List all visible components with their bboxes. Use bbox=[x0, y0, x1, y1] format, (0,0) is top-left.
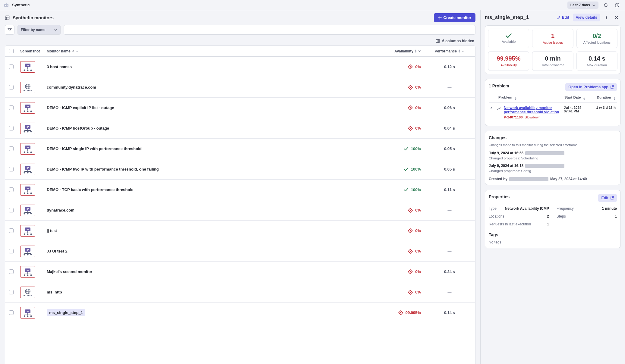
row-checkbox[interactable] bbox=[9, 105, 14, 110]
row-checkbox[interactable] bbox=[9, 208, 14, 212]
help-button[interactable]: ? bbox=[613, 1, 621, 9]
problems-card: 1 Problem Open in Problems app Problem ▲… bbox=[485, 79, 621, 126]
monitor-name: DEMO - ICMP explicit IP list - outage bbox=[47, 105, 114, 110]
kpi-downtime: 0 min Total downtime bbox=[532, 51, 573, 71]
monitor-name: ms_single_step_1 bbox=[47, 309, 85, 316]
sort-icon: ▲▼ bbox=[415, 49, 417, 53]
edit-properties-button[interactable]: Edit bbox=[598, 194, 617, 202]
filter-text-input[interactable] bbox=[64, 25, 475, 35]
time-range-picker[interactable]: Last 7 days bbox=[567, 2, 598, 9]
row-checkbox[interactable] bbox=[9, 64, 14, 69]
problems-heading: 1 Problem bbox=[489, 83, 509, 88]
performance-value: — bbox=[448, 290, 452, 294]
problem-col-duration[interactable]: Duration ▲▼ bbox=[592, 96, 616, 101]
svg-rect-22 bbox=[436, 39, 440, 42]
table-row[interactable]: ms_single_step_1 99.995% 0.14 s bbox=[5, 303, 475, 323]
performance-value: — bbox=[448, 85, 452, 89]
row-checkbox[interactable] bbox=[9, 85, 14, 89]
refresh-button[interactable] bbox=[601, 1, 610, 9]
problem-col-problem[interactable]: Problem ▲▼ bbox=[490, 96, 563, 101]
ip-icon bbox=[22, 144, 33, 153]
open-in-problems-button[interactable]: Open in Problems app bbox=[565, 83, 617, 91]
more-actions-button[interactable] bbox=[602, 13, 611, 22]
row-checkbox[interactable] bbox=[9, 269, 14, 274]
https-icon bbox=[22, 288, 33, 297]
filter-by-name-dropdown[interactable]: Filter by name bbox=[17, 25, 61, 35]
edit-monitor-button[interactable]: Edit bbox=[555, 14, 571, 21]
row-checkbox[interactable] bbox=[9, 167, 14, 171]
col-header-name[interactable]: Monitor name bbox=[44, 49, 364, 53]
problem-link[interactable]: Network availability monitor performance… bbox=[504, 106, 559, 114]
row-checkbox[interactable] bbox=[9, 249, 14, 253]
redacted-user bbox=[525, 151, 564, 155]
col-header-screenshot[interactable]: Screenshot bbox=[17, 49, 44, 53]
performance-value: 0.24 s bbox=[444, 269, 455, 274]
expand-toggle[interactable] bbox=[490, 106, 494, 109]
property-key: Frequency bbox=[557, 206, 574, 211]
availability-value: 0% bbox=[408, 105, 421, 110]
change-description: Changed properties: Config bbox=[489, 169, 617, 173]
availability-value: 0% bbox=[408, 249, 421, 254]
row-checkbox[interactable] bbox=[9, 187, 14, 192]
table-row[interactable]: DEMO - ICMP single IP with performance t… bbox=[5, 139, 475, 159]
col-header-availability[interactable]: Availability ▲▼ bbox=[364, 49, 424, 53]
table-row[interactable]: dynatrace.com 0% — bbox=[5, 200, 475, 221]
redacted-user bbox=[509, 177, 548, 181]
warning-diamond-icon bbox=[408, 290, 413, 295]
table-row[interactable]: DEMO - ICMP explicit IP list - outage 0%… bbox=[5, 98, 475, 118]
check-icon bbox=[404, 187, 409, 192]
table-row[interactable]: DEMO - TCP basic with performance thresh… bbox=[5, 180, 475, 200]
columns-hidden-button[interactable]: 6 columns hidden bbox=[442, 39, 474, 43]
problem-duration: 1 w 3 d 16 h bbox=[592, 106, 616, 109]
row-checkbox[interactable] bbox=[9, 146, 14, 151]
monitor-thumbnail bbox=[20, 164, 35, 175]
table-row[interactable]: JJ UI test 2 0% — bbox=[5, 241, 475, 262]
sort-icon: ▲▼ bbox=[514, 97, 517, 101]
ip-icon bbox=[22, 165, 33, 174]
svg-point-13 bbox=[5, 5, 6, 6]
create-monitor-button[interactable]: Create monitor bbox=[434, 13, 475, 22]
changes-card: Changes Changes made to this monitor dur… bbox=[485, 131, 621, 185]
monitor-thumbnail bbox=[20, 307, 35, 318]
monitor-name: community.dynatrace.com bbox=[47, 85, 96, 89]
redacted-user bbox=[525, 164, 564, 168]
property-value: 2 bbox=[547, 214, 549, 218]
table-row[interactable]: community.dynatrace.com 0% — bbox=[5, 77, 475, 98]
row-checkbox[interactable] bbox=[9, 310, 14, 315]
table-row[interactable]: ms_http 0% — bbox=[5, 282, 475, 303]
table-row[interactable]: DEMO - ICMP two IP with performance thre… bbox=[5, 159, 475, 180]
svg-point-16 bbox=[6, 2, 7, 3]
monitor-name: JJ UI test 2 bbox=[47, 249, 68, 253]
sort-icon: ▲▼ bbox=[613, 97, 616, 101]
table-row[interactable]: 3 host names 0% 0.12 s bbox=[5, 57, 475, 77]
ip-icon bbox=[22, 103, 33, 112]
table-row[interactable]: Majkel's second monitor 0% 0.24 s bbox=[5, 262, 475, 282]
property-key: Requests in last execution bbox=[489, 222, 531, 226]
svg-point-27 bbox=[606, 18, 607, 19]
kpi-affected-locations: 0/2 Affected locations bbox=[576, 29, 617, 48]
row-checkbox[interactable] bbox=[9, 126, 14, 130]
problem-type-icon bbox=[497, 106, 501, 111]
filter-button[interactable] bbox=[5, 25, 14, 35]
availability-value: 100% bbox=[404, 167, 421, 172]
ip-icon bbox=[22, 267, 33, 276]
row-checkbox[interactable] bbox=[9, 228, 14, 233]
row-checkbox[interactable] bbox=[9, 290, 14, 294]
table-row[interactable]: jj test 0% — bbox=[5, 221, 475, 241]
view-details-button[interactable]: View details bbox=[573, 14, 600, 21]
problem-start-date: Jul 4, 202407:41 PM bbox=[564, 106, 590, 113]
property-value: 1 bbox=[615, 214, 617, 218]
close-panel-button[interactable] bbox=[612, 13, 621, 22]
problem-col-start[interactable]: Start Date ▲▼ bbox=[564, 96, 590, 101]
close-icon bbox=[614, 15, 619, 20]
layout-icon bbox=[5, 15, 10, 20]
select-all-checkbox[interactable] bbox=[9, 49, 14, 53]
monitor-thumbnail bbox=[20, 205, 35, 216]
table-row[interactable]: DEMO - ICMP hostGroup - outage 0% 0.04 s bbox=[5, 118, 475, 139]
check-icon bbox=[404, 146, 409, 151]
problem-row[interactable]: Network availability monitor performance… bbox=[489, 103, 617, 122]
external-link-icon bbox=[610, 196, 614, 200]
col-header-performance[interactable]: Performance ▲▼ bbox=[424, 49, 475, 53]
ip-icon bbox=[22, 185, 33, 194]
created-by-label: Created by bbox=[489, 177, 507, 181]
